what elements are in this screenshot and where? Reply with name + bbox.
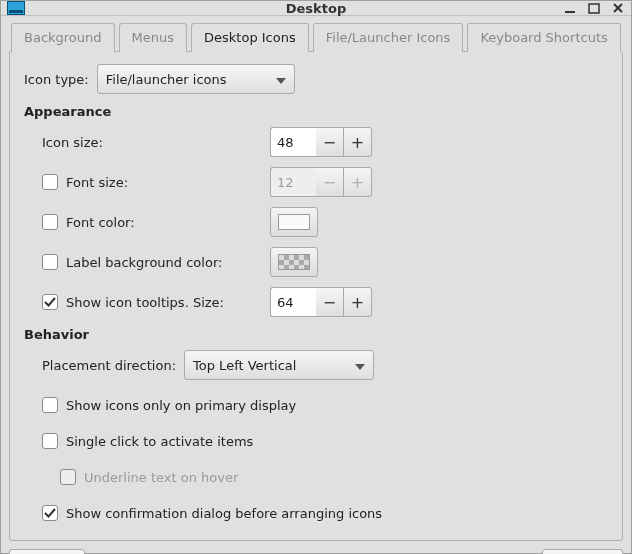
tooltips-increment[interactable]: + [344,287,372,317]
dialog-footer: ? Help Close [1,549,631,554]
tooltips-decrement[interactable]: − [316,287,344,317]
font-color-row: Font color: [24,207,608,237]
appearance-heading: Appearance [24,104,608,119]
icon-size-row: Icon size: − + [24,127,608,157]
font-color-swatch[interactable] [270,207,318,237]
label-bg-checkbox[interactable] [42,254,58,270]
icon-type-value: File/launcher icons [106,72,227,87]
titlebar: Desktop [1,1,631,16]
close-button[interactable]: Close [542,549,623,554]
close-window-button[interactable] [611,1,625,15]
confirm-arrange-checkbox[interactable] [42,505,58,521]
tab-panel: Icon type: File/launcher icons Appearanc… [9,51,623,541]
primary-only-label: Show icons only on primary display [66,398,296,413]
window-title: Desktop [1,1,631,16]
chevron-down-icon [276,72,286,87]
tab-bar: Background Menus Desktop Icons File/Laun… [9,23,623,52]
icon-size-input[interactable] [270,127,316,157]
icon-size-increment[interactable]: + [344,127,372,157]
underline-label: Underline text on hover [84,470,238,485]
icon-size-spinner: − + [270,127,372,157]
single-click-label: Single click to activate items [66,434,253,449]
window-controls [563,1,625,15]
tab-menus[interactable]: Menus [119,23,187,52]
tab-background[interactable]: Background [11,23,115,52]
tab-file-launcher-icons[interactable]: File/Launcher Icons [313,23,464,52]
font-size-checkbox[interactable] [42,174,58,190]
icon-type-label: Icon type: [24,72,89,87]
placement-row: Placement direction: Top Left Vertical [24,350,608,380]
font-size-decrement: − [316,167,344,197]
tooltips-checkbox[interactable] [42,294,58,310]
font-color-label: Font color: [66,215,135,230]
help-button[interactable]: ? Help [9,549,85,554]
behavior-heading: Behavior [24,327,608,342]
primary-only-row: Show icons only on primary display [24,390,608,420]
label-bg-label: Label background color: [66,255,222,270]
tooltips-row: Show icon tooltips. Size: − + [24,287,608,317]
label-bg-row: Label background color: [24,247,608,277]
tooltips-input[interactable] [270,287,316,317]
confirm-arrange-label: Show confirmation dialog before arrangin… [66,506,382,521]
tooltips-label: Show icon tooltips. Size: [66,295,224,310]
svg-rect-1 [589,4,599,13]
placement-label: Placement direction: [42,358,176,373]
label-bg-swatch[interactable] [270,247,318,277]
maximize-button[interactable] [587,1,601,15]
tooltips-spinner: − + [270,287,372,317]
font-size-label: Font size: [66,175,128,190]
icon-size-label: Icon size: [42,135,103,150]
chevron-down-icon [355,358,365,373]
placement-select[interactable]: Top Left Vertical [184,350,374,380]
icon-type-row: Icon type: File/launcher icons [24,64,608,94]
underline-row: Underline text on hover [24,462,608,492]
font-size-row: Font size: − + [24,167,608,197]
primary-only-checkbox[interactable] [42,397,58,413]
tab-keyboard-shortcuts[interactable]: Keyboard Shortcuts [467,23,620,52]
tab-desktop-icons[interactable]: Desktop Icons [191,23,309,52]
single-click-row: Single click to activate items [24,426,608,456]
underline-checkbox [60,469,76,485]
font-size-increment: + [344,167,372,197]
icon-type-select[interactable]: File/launcher icons [97,64,295,94]
confirm-arrange-row: Show confirmation dialog before arrangin… [24,498,608,528]
content-area: Background Menus Desktop Icons File/Laun… [1,16,631,549]
minimize-button[interactable] [563,1,577,15]
font-size-spinner: − + [270,167,372,197]
font-color-preview [278,214,310,230]
app-icon [7,1,25,15]
font-color-checkbox[interactable] [42,214,58,230]
icon-size-decrement[interactable]: − [316,127,344,157]
label-bg-preview [278,254,310,270]
placement-value: Top Left Vertical [193,358,296,373]
single-click-checkbox[interactable] [42,433,58,449]
desktop-settings-window: Desktop Background Menus Desktop Icons F… [0,0,632,554]
font-size-input [270,167,316,197]
